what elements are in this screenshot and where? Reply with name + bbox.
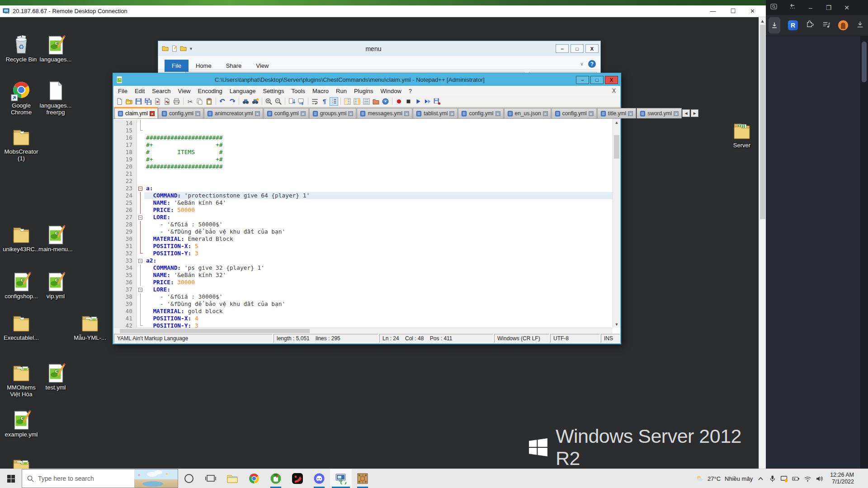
save-all-icon[interactable]: [144, 97, 152, 106]
taskbar-search-input[interactable]: Type here to search: [22, 469, 178, 488]
tab-close-icon[interactable]: ✕: [495, 111, 500, 116]
desktop-icon-example-yml[interactable]: example.yml: [2, 409, 41, 438]
weather-icon[interactable]: [696, 475, 703, 483]
tab-close-icon[interactable]: ✕: [150, 111, 155, 116]
rdp-minimize-button[interactable]: —: [710, 8, 716, 14]
fold-margin[interactable]: [137, 127, 144, 134]
word-wrap-icon[interactable]: [311, 97, 319, 106]
volume-icon[interactable]: [816, 475, 823, 483]
tab-messages-yml[interactable]: messages.yml✕: [357, 108, 412, 118]
desktop-icon-languages-freerpg[interactable]: languages... freerpg: [36, 80, 75, 116]
fold-margin[interactable]: [137, 134, 144, 141]
notepadpp-titlebar[interactable]: C:\Users\tanphat\Desktop\Server\plugins\…: [113, 74, 620, 86]
copy-icon[interactable]: [195, 97, 204, 106]
taskbar-app-remote-desktop[interactable]: [330, 469, 352, 488]
taskbar-app-cortana[interactable]: [178, 469, 200, 488]
taskbar-app-file-explorer[interactable]: [222, 469, 243, 488]
tab-en-us-json[interactable]: en_us.json✕: [504, 108, 551, 118]
fold-margin[interactable]: [137, 120, 144, 127]
menu-window[interactable]: Window: [377, 87, 405, 95]
editor-line-24[interactable]: 24 COMMAND: 'protectionstone give 64 {pl…: [113, 192, 613, 199]
editor-line-38[interactable]: 38 - '&fGiá : 30000$': [113, 293, 613, 300]
fold-margin[interactable]: [137, 141, 144, 149]
editor-line-30[interactable]: 30 MATERIAL: Emerald Block: [113, 235, 613, 243]
editor-line-14[interactable]: 14: [113, 120, 613, 127]
desktop-icon-recycle-bin[interactable]: ♻Recycle Bin: [2, 34, 41, 63]
fold-margin[interactable]: [137, 315, 144, 322]
browser-close-icon[interactable]: ✕: [843, 4, 851, 11]
editor-line-40[interactable]: 40 MATERIAL: gold block: [113, 308, 613, 315]
ribbon-tab-home[interactable]: Home: [189, 60, 219, 72]
tray-weather-condition[interactable]: Nhiều mây: [725, 475, 753, 482]
tab-close-icon[interactable]: ✕: [348, 111, 353, 116]
tab-groups-yml[interactable]: groups.yml✕: [309, 108, 357, 118]
menu-encoding[interactable]: Encoding: [194, 87, 226, 95]
undo-icon[interactable]: [218, 97, 227, 106]
editor-line-29[interactable]: 29 - '&fDùng để bảo vệ khu đất của bạn': [113, 228, 613, 235]
editor-line-34[interactable]: 34 COMMAND: 'ps give 32 {player} 1': [113, 264, 613, 272]
editor-line-32[interactable]: 32 POSITION-Y: 3: [113, 250, 613, 257]
fold-margin[interactable]: [137, 264, 144, 272]
downloads-button[interactable]: [769, 17, 780, 33]
open-folder-icon[interactable]: [125, 97, 133, 106]
tab-close-icon[interactable]: ✕: [628, 111, 633, 116]
fold-margin[interactable]: −: [137, 185, 144, 192]
tab-tablist-yml[interactable]: tablist.yml✕: [413, 108, 458, 118]
editor-line-15[interactable]: 15: [113, 127, 613, 134]
scroll-up-icon[interactable]: ▲: [613, 119, 620, 126]
fold-margin[interactable]: [137, 272, 144, 279]
taskbar-app-task-view[interactable]: [200, 469, 222, 488]
qat-dropdown-icon[interactable]: ▼: [189, 47, 193, 51]
tab-config-yml[interactable]: config.yml✕: [158, 108, 203, 118]
close-button[interactable]: X: [585, 44, 599, 53]
fold-margin[interactable]: [137, 170, 144, 178]
menubar-close-document-button[interactable]: X: [612, 88, 620, 94]
menu-plugins[interactable]: Plugins: [350, 87, 377, 95]
fold-margin[interactable]: [137, 322, 144, 328]
editor-line-18[interactable]: 18# ITEMS #: [113, 149, 613, 156]
desktop-icon-unikey43rc[interactable]: unikey43RC...: [2, 224, 41, 253]
monitor-icon[interactable]: [381, 97, 390, 106]
fold-margin[interactable]: −: [137, 286, 144, 293]
menu-edit[interactable]: Edit: [131, 87, 148, 95]
tab-close-icon[interactable]: ✕: [301, 111, 306, 116]
maximize-button[interactable]: □: [590, 76, 604, 84]
stop-macro-icon[interactable]: [404, 97, 413, 106]
taskbar-app-chrome[interactable]: [243, 469, 265, 488]
fold-margin[interactable]: [137, 199, 144, 206]
paste-icon[interactable]: [205, 97, 213, 106]
scrollbar-thumb[interactable]: [760, 25, 765, 219]
browser-restore-icon[interactable]: ❐: [825, 4, 833, 11]
code-editor[interactable]: 141516######################17#+ +#18# I…: [113, 118, 620, 333]
tab-close-icon[interactable]: ✕: [674, 111, 679, 116]
history-back-icon[interactable]: [788, 3, 797, 12]
fold-margin[interactable]: [137, 149, 144, 156]
fold-margin[interactable]: [137, 300, 144, 308]
fold-margin[interactable]: [137, 206, 144, 214]
editor-line-20[interactable]: 20######################: [113, 163, 613, 170]
tab-search-icon[interactable]: [770, 3, 778, 12]
find-icon[interactable]: [241, 97, 250, 106]
indent-guide-icon[interactable]: [330, 97, 338, 106]
tab-config-yml[interactable]: config.yml✕: [264, 108, 309, 118]
run-macro-multi-icon[interactable]: [423, 97, 432, 106]
sync-horizontal-icon[interactable]: [297, 97, 306, 106]
tab-close-icon[interactable]: ✕: [449, 111, 454, 116]
menu-search[interactable]: Search: [148, 87, 174, 95]
fold-margin[interactable]: [137, 156, 144, 163]
ribbon-tab-share[interactable]: Share: [219, 60, 249, 72]
play-macro-icon[interactable]: [414, 97, 422, 106]
editor-line-25[interactable]: 25 NAME: '&eBán kính 64': [113, 199, 613, 206]
desktop-icon-server[interactable]: Server: [722, 120, 761, 149]
help-button[interactable]: ?: [588, 60, 596, 68]
save-icon[interactable]: [134, 97, 143, 106]
editor-vertical-scrollbar[interactable]: ▲ ▼: [613, 119, 620, 328]
desktop-icon-m-u-yml[interactable]: Mẫu-YML-...: [71, 313, 109, 341]
editor-line-37[interactable]: 37− LORE:: [113, 286, 613, 293]
editor-line-17[interactable]: 17#+ +#: [113, 141, 613, 149]
desktop-icon-vip-yml[interactable]: vip.yml: [36, 271, 75, 300]
new-file-icon[interactable]: [115, 97, 124, 106]
cast-icon[interactable]: [780, 475, 788, 483]
menu-file[interactable]: File: [114, 87, 131, 95]
editor-line-23[interactable]: 23−a:: [113, 185, 613, 192]
